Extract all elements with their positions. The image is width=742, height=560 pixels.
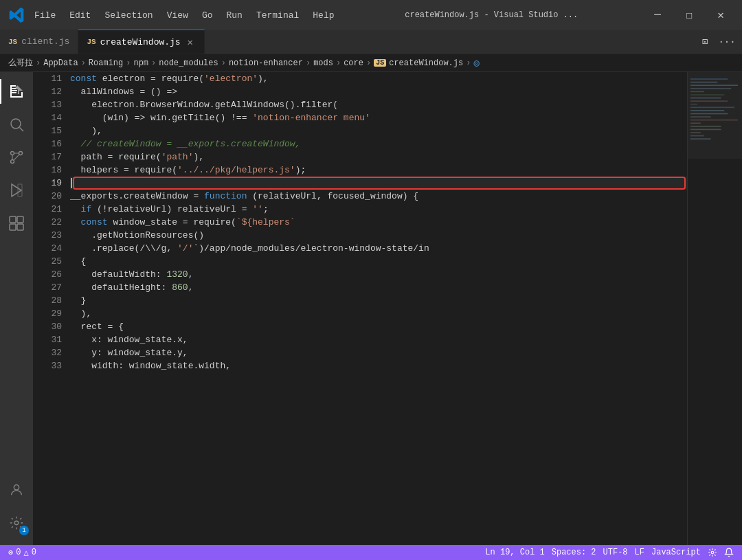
svg-rect-13 [17,224,23,230]
activity-extensions[interactable] [0,207,33,240]
encoding-text: UTF-8 [603,548,628,557]
indentation-text: Spaces: 2 [552,548,596,557]
js-file-icon: JS [374,59,386,67]
line-num-31: 31 [33,333,62,346]
status-indentation[interactable]: Spaces: 2 [549,545,599,560]
menu-terminal[interactable]: Terminal [249,0,306,30]
code-line-20: __exports.createWindow = function (relat… [70,190,687,203]
breadcrumb-end-icon: ◎ [473,57,479,69]
breadcrumb-file[interactable]: JS createWindow.js [374,58,463,68]
warning-count: 0 [32,548,36,557]
tab-label: createWindow.js [100,37,181,47]
status-bar: ⊗ 0 △ 0 Ln 19, Col 1 Spaces: 2 UTF-8 LF … [0,545,742,560]
status-encoding[interactable]: UTF-8 [600,545,631,560]
line-num-11: 11 [33,72,62,85]
maximize-button[interactable]: ☐ [673,0,705,30]
tab-label: client.js [21,36,69,47]
js-icon: JS [8,38,17,46]
line-num-32: 32 [33,346,62,359]
tab-bar: JS client.js JS createWindow.js ✕ ⊡ ··· [0,30,742,54]
svg-rect-10 [10,216,16,223]
tab-client[interactable]: JS client.js [0,30,78,54]
language-text: JavaScript [651,548,701,557]
code-line-12: allWindows = () => [70,85,687,98]
line-num-27: 27 [33,281,62,294]
activity-run[interactable] [0,174,33,207]
code-line-33: width: window_state.width, [70,359,687,372]
line-num-17: 17 [33,150,62,164]
breadcrumb-core[interactable]: core [344,58,363,68]
breadcrumb-npm[interactable]: npm [133,58,148,68]
more-actions-button[interactable]: ··· [717,32,737,52]
line-num-16: 16 [33,137,62,150]
menu-run[interactable]: Run [219,0,249,30]
text-cursor [71,178,72,188]
svg-rect-11 [17,216,23,223]
line-num-33: 33 [33,359,62,372]
code-line-29: ), [70,307,687,320]
line-num-18: 18 [33,164,62,177]
svg-rect-12 [10,224,16,230]
code-editor[interactable]: 11 12 13 14 15 16 17 18 19 20 21 22 23 2… [33,72,742,545]
code-line-13: electron.BrowserWindow.getAllWindows().f… [70,98,687,111]
code-line-24: .replace(/\\/g, '/'`)/app/node_modules/e… [70,242,687,255]
breadcrumb-notion-enhancer[interactable]: notion-enhancer [229,58,303,68]
svg-rect-1 [12,90,17,91]
status-remote-icon[interactable] [705,545,720,560]
code-line-17: path = require('path'), [70,150,687,164]
svg-line-4 [20,128,24,132]
activity-search[interactable] [0,108,33,141]
breadcrumb-root[interactable]: 么哥拉 [8,57,33,69]
breadcrumb-roaming[interactable]: Roaming [89,58,123,68]
menu-view[interactable]: View [160,0,195,30]
code-line-28: } [70,294,687,307]
code-line-21: if (!relativeUrl) relativeUrl = ''; [70,203,687,216]
menu-selection[interactable]: Selection [98,0,159,30]
menu-file[interactable]: File [27,0,63,30]
line-num-28: 28 [33,294,62,307]
svg-point-3 [11,119,21,128]
menu-help[interactable]: Help [306,0,341,30]
svg-point-7 [11,152,14,155]
line-num-21: 21 [33,203,62,216]
menu-go[interactable]: Go [195,0,220,30]
status-line-ending[interactable]: LF [632,545,647,560]
status-cursor-position[interactable]: Ln 19, Col 1 [482,545,547,560]
breadcrumb: 么哥拉 › AppData › Roaming › npm › node_mod… [0,54,742,72]
close-button[interactable]: ✕ [705,0,737,30]
status-errors[interactable]: ⊗ 0 △ 0 [5,545,39,560]
split-editor-button[interactable]: ⊡ [695,32,715,52]
window-title: createWindow.js - Visual Studio ... [341,10,642,20]
tab-close-button[interactable]: ✕ [185,36,196,47]
svg-point-14 [14,485,19,490]
breadcrumb-node-modules[interactable]: node_modules [159,58,218,68]
svg-marker-8 [12,184,21,197]
line-num-13: 13 [33,98,62,111]
breadcrumb-mods[interactable]: mods [313,58,333,68]
svg-point-38 [711,551,714,554]
code-line-15: ), [70,124,687,137]
breadcrumb-appdata[interactable]: AppData [43,58,78,68]
code-line-16: // createWindow = __exports.createWindow… [70,137,687,150]
status-notification-bell[interactable] [721,545,737,560]
code-line-25: { [70,255,687,268]
code-line-30: rect = { [70,320,687,333]
line-num-20: 20 [33,190,62,203]
activity-source-control[interactable] [0,141,33,174]
minimize-button[interactable]: ─ [642,0,673,30]
title-menu: File Edit Selection View Go Run Terminal… [27,0,341,30]
activity-settings[interactable]: 1 [0,506,33,539]
activity-explorer[interactable] [0,75,33,108]
status-language[interactable]: JavaScript [649,545,704,560]
warning-icon: △ [23,548,28,558]
tab-createwindow[interactable]: JS createWindow.js ✕ [78,30,204,54]
svg-rect-37 [688,72,742,159]
title-bar: File Edit Selection View Go Run Terminal… [0,0,742,30]
svg-rect-2 [12,92,16,93]
tab-actions: ⊡ ··· [695,30,742,54]
activity-account[interactable] [0,473,33,506]
line-num-23: 23 [33,229,62,242]
menu-edit[interactable]: Edit [63,0,98,30]
code-line-19 [70,177,687,190]
line-numbers: 11 12 13 14 15 16 17 18 19 20 21 22 23 2… [33,72,67,545]
